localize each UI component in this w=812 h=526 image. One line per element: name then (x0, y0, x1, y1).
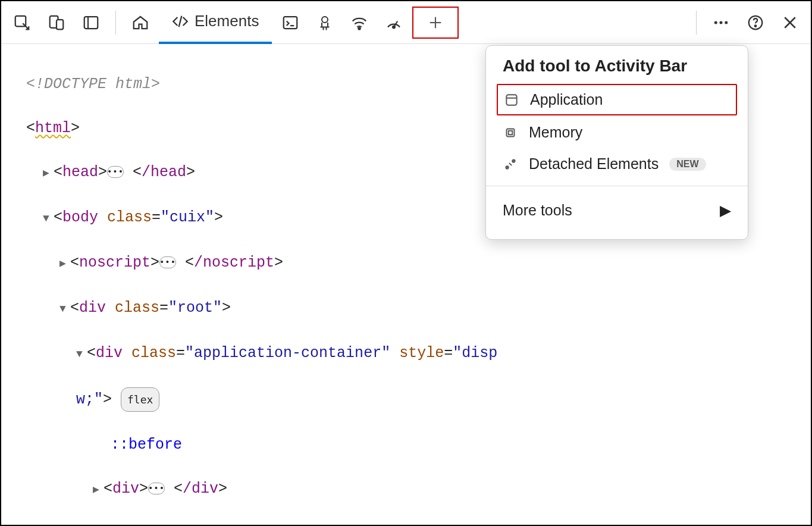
svg-rect-3 (84, 17, 98, 29)
sources-tab-icon[interactable] (309, 7, 341, 39)
more-options-icon[interactable] (705, 7, 737, 39)
devtools-toolbar: Elements (1, 1, 811, 44)
svg-point-7 (359, 27, 360, 29)
welcome-tab-icon[interactable] (124, 7, 156, 39)
collapsed-ellipsis[interactable]: ••• (159, 256, 176, 268)
popup-more-label: More tools (503, 202, 572, 219)
inspect-icon[interactable] (6, 7, 38, 39)
flex-badge[interactable]: flex (121, 387, 159, 412)
popup-item-label: Application (530, 91, 603, 108)
performance-tab-icon[interactable] (378, 7, 410, 39)
dom-node[interactable]: ▶<div>••• </div> (26, 478, 799, 501)
add-tool-button-highlighted[interactable] (412, 7, 459, 39)
popup-item-label: Detached Elements (529, 155, 659, 173)
dock-side-icon[interactable] (75, 7, 107, 39)
dom-node[interactable]: ::before (26, 434, 799, 456)
popup-more-tools[interactable]: More tools ▶ (486, 192, 748, 228)
svg-point-8 (393, 26, 396, 28)
console-tab-icon[interactable] (274, 7, 306, 39)
dom-node[interactable]: ▼<div class style="display: flex; min-wi… (26, 523, 799, 526)
svg-point-6 (322, 17, 328, 23)
popup-separator (486, 186, 748, 186)
svg-point-12 (720, 21, 723, 24)
svg-rect-2 (57, 20, 63, 29)
chevron-right-icon: ▶ (720, 202, 731, 219)
tab-elements[interactable]: Elements (159, 1, 272, 44)
tab-elements-label: Elements (195, 12, 259, 30)
dom-node-cont[interactable]: w;"> flex (26, 387, 799, 412)
collapsed-ellipsis[interactable]: ••• (107, 166, 124, 178)
toolbar-divider (696, 11, 697, 35)
toolbar-divider (115, 11, 116, 35)
svg-rect-18 (506, 95, 516, 105)
popup-title: Add tool to Activity Bar (486, 57, 748, 83)
svg-point-15 (755, 25, 757, 27)
popup-item-detached-elements[interactable]: Detached Elements NEW (486, 148, 748, 180)
network-tab-icon[interactable] (343, 7, 375, 39)
dom-node[interactable]: ▼<div class="root"> (26, 297, 799, 320)
popup-item-memory[interactable]: Memory (486, 117, 748, 148)
close-icon[interactable] (774, 7, 806, 39)
svg-point-13 (725, 21, 728, 24)
memory-icon (503, 125, 518, 140)
svg-rect-21 (509, 130, 513, 134)
help-icon[interactable] (739, 7, 772, 39)
add-tool-popup: Add tool to Activity Bar Application Mem… (485, 45, 748, 240)
svg-point-11 (714, 21, 717, 24)
application-icon (504, 92, 519, 108)
popup-item-application[interactable]: Application (497, 84, 737, 115)
popup-item-label: Memory (529, 124, 582, 141)
dom-node[interactable]: ▶<noscript>••• </noscript> (26, 252, 799, 275)
collapsed-ellipsis[interactable]: ••• (148, 483, 165, 494)
new-badge: NEW (669, 158, 706, 171)
svg-rect-5 (284, 17, 297, 29)
dom-node[interactable]: ▼<div class="application-container" styl… (26, 342, 799, 365)
detached-elements-icon (503, 156, 518, 172)
device-toggle-icon[interactable] (40, 7, 73, 39)
svg-rect-20 (507, 129, 515, 136)
